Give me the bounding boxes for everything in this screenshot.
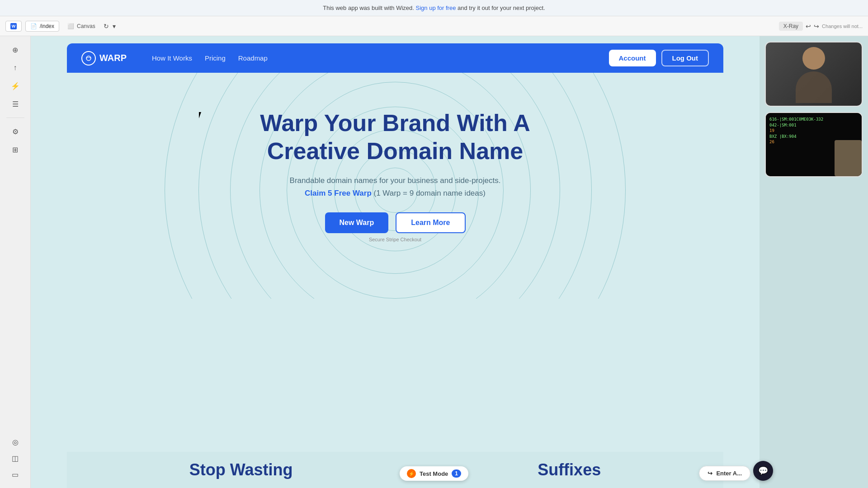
w-icon: W xyxy=(10,23,17,29)
code-line-1: 616-|SM:001C0ME03K-332 xyxy=(769,117,858,122)
browser-chrome: W 📄 /index ⬜ Canvas ↻ ▾ X-Ray ↩ ↪ Change… xyxy=(0,16,868,36)
enter-ai-button[interactable]: ↪ Enter A... xyxy=(699,466,750,481)
sidebar-icon-upload[interactable]: ↑ xyxy=(7,60,24,76)
person-thumbnail xyxy=(835,140,862,176)
sidebar-icon-gear[interactable]: ⚙ xyxy=(7,123,24,140)
warp-navbar: WARP How It Works Pricing Roadmap Accoun… xyxy=(67,43,723,73)
hero-title-line2: Creative Domain Name xyxy=(267,138,523,164)
chevron-down-button[interactable]: ▾ xyxy=(113,23,116,30)
new-warp-button[interactable]: New Warp xyxy=(325,212,389,233)
sidebar-icon-bottom-3[interactable]: ▭ xyxy=(7,466,24,483)
test-mode-count: 1 xyxy=(452,469,461,478)
browser-tab-canvas[interactable]: ⬜ Canvas xyxy=(63,21,100,31)
person-video-1 xyxy=(766,42,862,106)
chat-bubble-button[interactable]: 💬 xyxy=(753,461,773,481)
redo-button[interactable]: ↪ xyxy=(814,23,819,30)
chat-icon: 💬 xyxy=(758,466,768,476)
logout-button[interactable]: Log Out xyxy=(661,50,709,66)
hero-title: Warp Your Brand With A Creative Domain N… xyxy=(76,109,714,165)
announcement-text-before: This web app was built with Wized. xyxy=(323,5,414,11)
sidebar-icon-bolt[interactable]: ⚡ xyxy=(7,78,24,94)
sidebar-bottom: ◎ ◫ ▭ xyxy=(7,434,24,483)
hero-claim: Claim 5 Free Warp (1 Warp = 9 domain nam… xyxy=(76,189,714,198)
changes-note: Changes will not... xyxy=(822,23,863,29)
learn-more-button[interactable]: Learn More xyxy=(396,212,465,233)
nav-roadmap[interactable]: Roadmap xyxy=(238,54,268,62)
account-button[interactable]: Account xyxy=(609,50,656,66)
tab-file-icon: 📄 xyxy=(30,23,37,29)
test-mode-badge[interactable]: ⚡ Test Mode 1 xyxy=(400,466,468,481)
xray-button[interactable]: X-Ray xyxy=(779,22,803,31)
sidebar-icon-menu[interactable]: ☰ xyxy=(7,96,24,112)
code-line-4: BXZ |BX:904 xyxy=(769,134,858,140)
video-panel-1 xyxy=(765,42,863,107)
canvas-icon: ⬜ xyxy=(67,23,74,29)
code-line-3: 19 xyxy=(769,128,858,134)
bottom-section: Stop Wasting Suffixes xyxy=(67,452,723,488)
video-panel-2: 616-|SM:001C0ME03K-332 042-|SM:001 19 BX… xyxy=(765,112,863,177)
main-content: WARP How It Works Pricing Roadmap Accoun… xyxy=(31,36,760,488)
undo-button[interactable]: ↩ xyxy=(806,23,811,30)
hero-title-line1: Warp Your Brand With A xyxy=(260,110,530,136)
video-feed-1 xyxy=(766,42,862,106)
website-preview: WARP How It Works Pricing Roadmap Accoun… xyxy=(67,43,723,488)
browser-tab-index[interactable]: 📄 /index xyxy=(25,21,59,32)
announcement-text-after: and try it out for your next project. xyxy=(458,5,545,11)
sidebar-divider-1 xyxy=(6,117,24,118)
claim-rest: (1 Warp = 9 domain name ideas) xyxy=(372,189,486,197)
tab-canvas-label: Canvas xyxy=(77,23,95,29)
warp-logo[interactable]: WARP xyxy=(81,51,127,66)
code-line-2: 042-|SM:001 xyxy=(769,122,858,128)
stop-wasting-text: Stop Wasting xyxy=(189,460,293,479)
browser-tab-w[interactable]: W xyxy=(5,21,22,32)
test-mode-label: Test Mode xyxy=(420,470,448,477)
video-feed-2: 616-|SM:001C0ME03K-332 042-|SM:001 19 BX… xyxy=(766,113,862,176)
sidebar-icon-bottom-1[interactable]: ◎ xyxy=(7,434,24,450)
hero-section: Warp Your Brand With A Creative Domain N… xyxy=(67,73,723,299)
warp-logo-text: WARP xyxy=(99,53,127,63)
announcement-link[interactable]: Sign up for free xyxy=(416,5,456,11)
sidebar-icon-bottom-2[interactable]: ◫ xyxy=(7,450,24,466)
enter-icon: ↪ xyxy=(708,470,712,477)
sidebar-icon-grid[interactable]: ⊞ xyxy=(7,141,24,158)
enter-ai-label: Enter A... xyxy=(716,470,742,477)
browser-controls: X-Ray ↩ ↪ Changes will not... xyxy=(779,22,863,31)
suffixes-text: Suffixes xyxy=(538,460,601,479)
refresh-button[interactable]: ↻ xyxy=(104,23,109,30)
hero-content: Warp Your Brand With A Creative Domain N… xyxy=(67,73,723,260)
warp-nav-links: How It Works Pricing Roadmap xyxy=(152,54,268,62)
announcement-bar: This web app was built with Wized. Sign … xyxy=(0,0,868,16)
warp-nav-buttons: Account Log Out xyxy=(609,50,709,66)
tab-index-label: /index xyxy=(40,23,54,29)
hero-buttons: New Warp Learn More xyxy=(76,212,714,233)
hero-subtitle: Brandable domain names for your business… xyxy=(76,176,714,185)
warp-logo-icon xyxy=(81,51,96,66)
sidebar-icon-target[interactable]: ⊕ xyxy=(7,42,24,58)
test-mode-icon: ⚡ xyxy=(407,469,416,478)
svg-point-0 xyxy=(86,56,91,61)
nav-how-it-works[interactable]: How It Works xyxy=(152,54,192,62)
left-sidebar: ⊕ ↑ ⚡ ☰ ⚙ ⊞ ◎ ◫ ▭ xyxy=(0,36,31,488)
secure-checkout: Secure Stripe Checkout xyxy=(76,237,714,242)
video-panels: 616-|SM:001C0ME03K-332 042-|SM:001 19 BX… xyxy=(760,36,868,183)
nav-pricing[interactable]: Pricing xyxy=(205,54,226,62)
claim-link[interactable]: Claim 5 Free Warp xyxy=(305,189,372,197)
